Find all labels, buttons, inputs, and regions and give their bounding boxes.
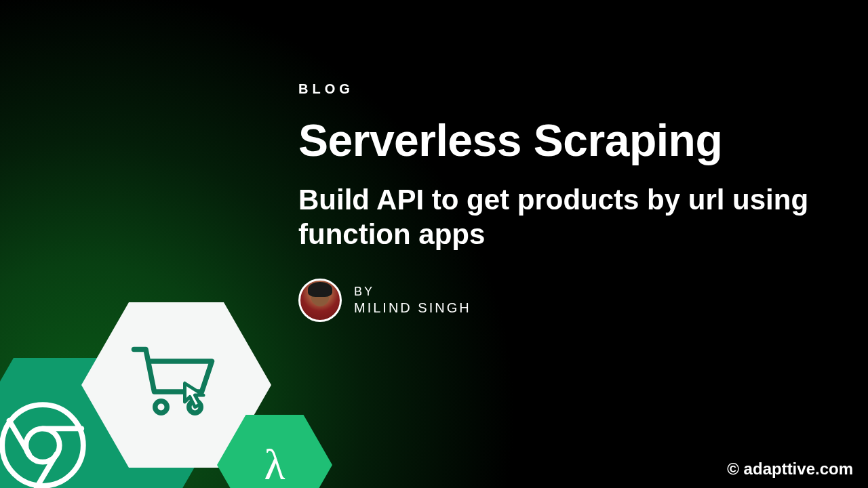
kicker: BLOG bbox=[298, 81, 841, 97]
content-block: BLOG Serverless Scraping Build API to ge… bbox=[298, 81, 841, 322]
chrome-icon bbox=[0, 401, 87, 488]
byline: BY MILIND SINGH bbox=[298, 279, 841, 322]
author-avatar bbox=[298, 279, 342, 322]
page-title: Serverless Scraping bbox=[298, 117, 841, 164]
lambda-icon: λ bbox=[264, 440, 285, 488]
copyright: © adapttive.com bbox=[727, 460, 853, 479]
byline-label: BY bbox=[354, 285, 471, 299]
shopping-cart-icon bbox=[125, 334, 227, 436]
page-subtitle: Build API to get products by url using f… bbox=[298, 183, 841, 251]
byline-author: MILIND SINGH bbox=[354, 300, 471, 316]
svg-point-0 bbox=[155, 401, 167, 413]
